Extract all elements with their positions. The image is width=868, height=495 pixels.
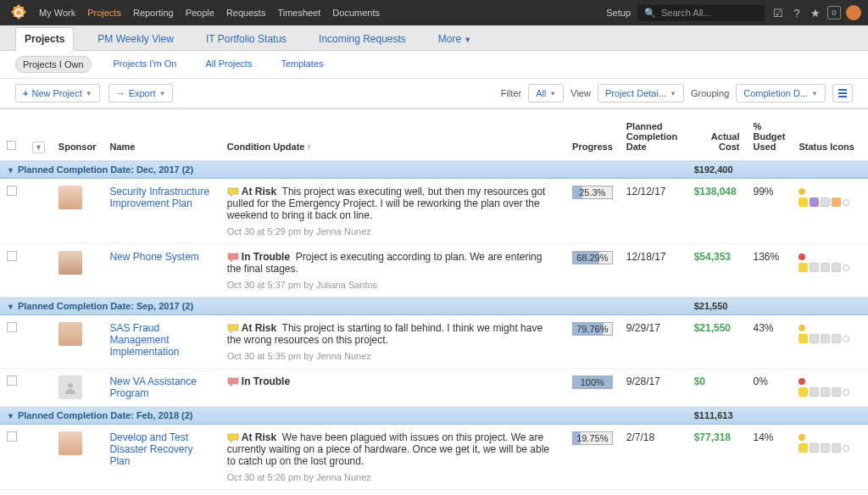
- table-row: New VA Assistance ProgramIn Trouble 100%…: [0, 369, 868, 407]
- actual-cost: $0: [687, 369, 747, 407]
- settings-icon[interactable]: [832, 84, 853, 103]
- row-checkbox[interactable]: [7, 375, 17, 386]
- status-orange-icon: [832, 197, 841, 207]
- global-search[interactable]: 🔍 Search All...: [637, 5, 765, 21]
- top-bar: My WorkProjectsReportingPeopleRequestsTi…: [0, 0, 868, 25]
- project-name-link[interactable]: Develop and Test Disaster Recovery Plan: [109, 431, 192, 467]
- sponsor-avatar[interactable]: [58, 431, 82, 455]
- status-icons: [798, 263, 861, 272]
- collapse-icon[interactable]: ▼: [7, 412, 14, 420]
- collapse-icon[interactable]: ▼: [7, 303, 14, 311]
- project-name-link[interactable]: SAS Fraud Management Implementation: [109, 322, 179, 358]
- condition-cell: At Risk We have been plagued with issues…: [227, 431, 559, 482]
- group-row[interactable]: ▼Planned Completion Date: Dec, 2017 (2)$…: [0, 161, 868, 179]
- status-yellow-icon: [798, 197, 808, 207]
- tab-more[interactable]: More▼: [430, 28, 480, 50]
- row-checkbox[interactable]: [7, 251, 17, 261]
- header-menu-icon[interactable]: ▼: [32, 142, 45, 153]
- condition-bubble-icon: [227, 433, 239, 443]
- actual-cost: $21,550: [687, 315, 747, 369]
- planned-date: 2/15/18: [620, 490, 687, 496]
- subtab-projects-i-m-on[interactable]: Projects I'm On: [107, 56, 184, 73]
- table-row: SAS Fraud Management ImplementationAt Ri…: [0, 315, 868, 369]
- project-name-link[interactable]: New VA Assistance Program: [109, 375, 197, 399]
- planned-date: 9/29/17: [620, 315, 687, 369]
- progress-bar[interactable]: 68.29%: [572, 251, 613, 264]
- tab-pm-weekly-view[interactable]: PM Weekly View: [89, 28, 182, 50]
- sponsor-avatar[interactable]: [58, 186, 82, 209]
- planned-date: 12/18/17: [620, 244, 687, 298]
- setup-link[interactable]: Setup: [606, 8, 631, 18]
- collapse-icon[interactable]: ▼: [7, 166, 14, 175]
- filter-select[interactable]: All▼: [528, 84, 564, 103]
- subtab-templates[interactable]: Templates: [274, 56, 330, 73]
- condition-bubble-icon: [227, 324, 239, 334]
- group-cost: $21,550: [687, 298, 747, 315]
- row-checkbox[interactable]: [7, 431, 17, 442]
- col-condition[interactable]: Condition Update: [220, 109, 565, 161]
- group-label: Planned Completion Date: Dec, 2017 (2): [18, 164, 193, 175]
- condition-cell: In Trouble: [227, 375, 559, 387]
- col-progress[interactable]: Progress: [565, 109, 620, 161]
- chevron-down-icon: ▼: [159, 90, 165, 97]
- notifications-icon[interactable]: 0: [827, 6, 841, 19]
- row-checkbox[interactable]: [7, 322, 17, 332]
- budget-used: 99%: [746, 179, 792, 244]
- project-name-link[interactable]: New Phone System: [109, 251, 198, 263]
- col-actual-cost[interactable]: Actual Cost: [687, 109, 747, 161]
- status-gray-icon: [832, 334, 841, 343]
- topnav-my-work[interactable]: My Work: [39, 8, 75, 18]
- export-button[interactable]: → Export ▼: [108, 84, 174, 103]
- col-status-icons[interactable]: Status Icons: [792, 109, 868, 161]
- projects-table-wrap: ▼ Sponsor Name Condition Update Progress…: [0, 108, 868, 495]
- checkbox-icon[interactable]: ☑: [771, 6, 785, 19]
- status-gray-icon: [810, 334, 819, 343]
- topnav-requests[interactable]: Requests: [226, 8, 265, 18]
- project-name-link[interactable]: Security Infrastructure Improvement Plan: [109, 186, 209, 209]
- topnav-timesheet[interactable]: Timesheet: [277, 8, 320, 18]
- subtab-projects-i-own[interactable]: Projects I Own: [15, 56, 92, 73]
- favorite-icon[interactable]: ★: [809, 6, 822, 19]
- new-project-button[interactable]: + New Project ▼: [15, 84, 100, 103]
- svg-rect-2: [838, 89, 847, 91]
- actual-cost: $54,353: [687, 244, 747, 298]
- row-checkbox[interactable]: [7, 186, 17, 196]
- tab-incoming-requests[interactable]: Incoming Requests: [310, 28, 415, 50]
- grouping-select[interactable]: Completion D...▼: [736, 84, 826, 103]
- progress-bar[interactable]: 100%: [572, 375, 613, 389]
- status-gray-icon: [832, 443, 841, 453]
- col-planned-date[interactable]: Planned Completion Date: [620, 109, 687, 161]
- svg-point-5: [68, 383, 73, 388]
- sponsor-avatar[interactable]: [58, 251, 82, 275]
- help-icon[interactable]: ?: [790, 6, 804, 19]
- condition-bubble-icon: [227, 253, 239, 263]
- topnav-reporting[interactable]: Reporting: [133, 8, 174, 18]
- status-circle-icon: [843, 389, 849, 396]
- subtab-all-projects[interactable]: All Projects: [198, 56, 259, 73]
- svg-rect-4: [838, 96, 847, 97]
- status-circle-icon: [843, 445, 849, 452]
- sponsor-avatar[interactable]: [58, 375, 82, 399]
- topnav-people[interactable]: People: [186, 8, 214, 18]
- col-name[interactable]: Name: [103, 109, 220, 161]
- search-icon: 🔍: [644, 8, 656, 19]
- flag-yellow-icon: [798, 325, 805, 331]
- user-avatar[interactable]: [846, 5, 861, 20]
- topnav-projects[interactable]: Projects: [87, 8, 121, 18]
- progress-bar[interactable]: 79.76%: [572, 322, 613, 336]
- group-row[interactable]: ▼Planned Completion Date: Sep, 2017 (2)$…: [0, 298, 868, 315]
- select-all-checkbox[interactable]: [7, 141, 16, 150]
- view-select[interactable]: Project Detai...▼: [598, 84, 684, 103]
- app-logo[interactable]: [7, 1, 31, 25]
- col-budget-used[interactable]: % Budget Used: [746, 109, 792, 161]
- flag-red-icon: [798, 378, 805, 385]
- progress-bar[interactable]: 19.75%: [572, 431, 613, 445]
- sponsor-avatar[interactable]: [58, 322, 82, 346]
- col-sponsor[interactable]: Sponsor: [52, 109, 103, 161]
- table-row: Upgrade SSO to SAML 2.0On Target This pr…: [0, 490, 868, 496]
- tab-projects[interactable]: Projects: [15, 27, 74, 51]
- topnav-documents[interactable]: Documents: [332, 8, 380, 18]
- group-row[interactable]: ▼Planned Completion Date: Feb, 2018 (2)$…: [0, 407, 868, 425]
- tab-it-portfolio-status[interactable]: IT Portfolio Status: [198, 28, 295, 50]
- progress-bar[interactable]: 25.3%: [572, 186, 613, 199]
